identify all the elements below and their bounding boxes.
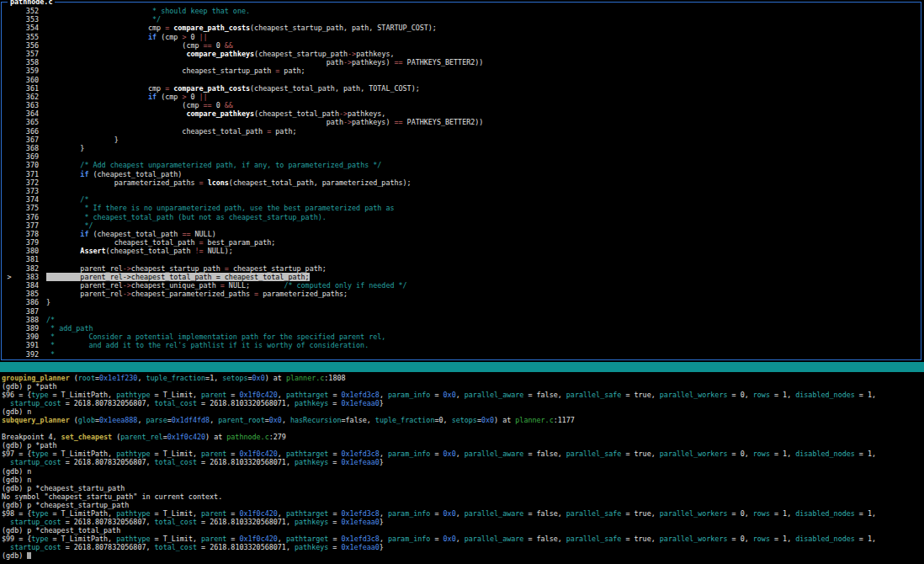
line-marker	[2, 333, 17, 341]
source-line-373: 373	[2, 187, 921, 195]
source-code-text: parameterized_paths = lcons(cheapest_tot…	[46, 178, 412, 187]
console-line-5: subquery_planner (glob=0x1eea888, parse=…	[0, 416, 924, 424]
token-p	[2, 458, 10, 466]
gdb-tui-terminal[interactable]: pathnode.c 352 * should keep that one.35…	[0, 0, 924, 564]
token-var: parent_root	[218, 416, 264, 424]
token-var: parallel_workers	[660, 535, 728, 543]
token-p: cheapest_unique_path	[131, 281, 220, 290]
token-p: ,	[558, 535, 566, 543]
token-p	[46, 170, 80, 178]
token-var: param_info	[388, 391, 430, 399]
token-var: startup_cost	[10, 543, 61, 551]
source-code-text: if (cheapest_total_path == NULL)	[46, 230, 216, 238]
token-p: :1177	[554, 416, 575, 424]
source-line-366: 366 cheapest_total_path = path;	[2, 127, 921, 136]
console-line-7: Breakpoint 4, set_cheapest (parent_rel=0…	[0, 433, 924, 441]
gdb-console[interactable]: grouping_planner (root=0x1e1f230, tuple_…	[0, 374, 924, 560]
token-p: =	[61, 458, 74, 466]
token-p: ,	[278, 391, 286, 399]
token-addr: 0x1f0c420	[239, 509, 277, 518]
token-var: parse	[146, 416, 167, 424]
token-p: $99 = {	[2, 535, 31, 543]
line-marker	[2, 84, 17, 93]
token-addr: 0x1f0c420	[167, 433, 205, 441]
token-p: 2618.807832056807	[74, 518, 146, 526]
line-marker	[2, 152, 17, 161]
token-p: }	[380, 518, 384, 526]
source-line-368: 368 }	[2, 144, 921, 152]
terminal-cursor[interactable]	[27, 552, 31, 559]
line-marker	[2, 33, 17, 41]
line-number: 382	[17, 264, 39, 273]
token-k: if	[148, 33, 157, 41]
token-p: ,	[380, 535, 388, 543]
token-p: =	[197, 458, 210, 466]
token-p: ,	[214, 374, 222, 382]
token-p: (cheapest_startup_path	[254, 50, 348, 58]
line-marker	[2, 67, 17, 75]
token-p: 0	[212, 101, 225, 109]
line-number: 369	[17, 152, 39, 161]
source-code-text: }	[46, 298, 50, 306]
token-var: type	[31, 509, 48, 518]
token-p	[2, 399, 10, 407]
token-p: parameterized_paths	[46, 178, 199, 187]
source-code-text: * and add it to the rel's pathlist if it…	[46, 341, 369, 349]
token-p: :279	[269, 433, 286, 441]
line-marker	[2, 221, 17, 230]
token-addr: 0x0	[481, 416, 494, 424]
console-line-18: (gdb) p *cheapest_total_path	[0, 526, 924, 535]
token-o: ->	[123, 273, 131, 281]
source-code-text: }	[46, 144, 84, 152]
token-p: NULL;	[225, 281, 284, 290]
token-p: Breakpoint 4,	[2, 433, 61, 441]
token-c: /*	[80, 195, 88, 204]
source-code-text: /* Add cheapest unparameterized path, if…	[46, 161, 381, 169]
token-p: =	[226, 535, 239, 543]
token-p: ,	[380, 509, 388, 518]
line-number: 379	[17, 238, 39, 247]
token-p: ,	[146, 518, 154, 526]
token-addr: 0x1efd3c8	[342, 509, 380, 518]
token-addr: 0x1f0c420	[239, 450, 277, 458]
token-var: parallel_workers	[660, 391, 728, 399]
line-marker	[2, 144, 17, 152]
token-p: (	[70, 374, 78, 382]
line-marker	[2, 341, 17, 349]
line-number: 386	[17, 298, 39, 306]
token-p: ,	[286, 458, 295, 466]
line-number: 376	[17, 213, 39, 221]
token-addr: 0x1efd3c8	[342, 535, 380, 543]
token-addr: 0x1eea888	[99, 416, 137, 424]
console-line-21: (gdb)	[0, 551, 924, 560]
token-var: rows	[753, 535, 770, 543]
line-marker	[2, 264, 17, 273]
token-p: =	[197, 518, 210, 526]
current-line-marker: >	[2, 273, 17, 281]
token-p: =	[727, 509, 740, 518]
token-var: setops	[222, 374, 247, 382]
token-p: pathkeys,	[356, 50, 394, 58]
source-code-text: * If there is no unparameterized path, u…	[46, 204, 394, 212]
line-marker	[2, 238, 17, 247]
token-p: =	[61, 399, 74, 407]
token-p: (gdb) n	[2, 467, 31, 476]
line-marker	[2, 127, 17, 136]
token-c: */	[46, 15, 161, 24]
token-var: pathtarget	[286, 509, 328, 518]
token-p: =	[621, 509, 634, 518]
token-p: =	[151, 450, 163, 458]
token-o: ->	[123, 290, 131, 298]
token-p	[2, 518, 10, 526]
source-code-text: cheapest_total_path = best_param_path;	[46, 238, 275, 247]
token-var: pathtype	[116, 391, 150, 399]
line-number: 372	[17, 178, 39, 187]
line-number: 365	[17, 118, 39, 126]
line-marker	[2, 213, 17, 221]
token-p: path;	[279, 67, 305, 75]
console-line-13: (gdb) p *cheapest_startu_path	[0, 484, 924, 492]
line-number: 359	[17, 67, 39, 75]
source-line-357: 357 compare_pathkeys(cheapest_startup_pa…	[2, 50, 921, 58]
token-var: parallel_safe	[566, 450, 622, 458]
token-p: ,	[146, 458, 154, 466]
